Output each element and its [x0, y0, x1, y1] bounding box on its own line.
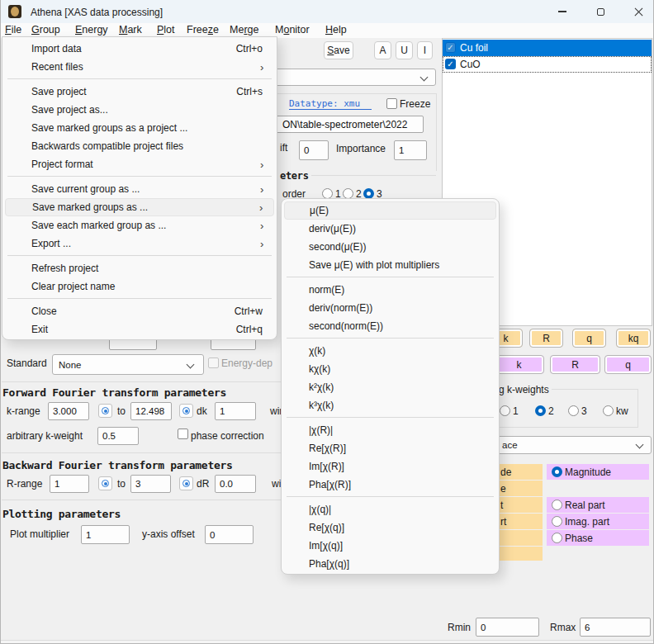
- rmin-pluck-button[interactable]: [98, 476, 112, 490]
- submenu-item-mag-chi-q[interactable]: |χ(q)|: [282, 500, 499, 519]
- energy-dep-checkbox[interactable]: [208, 358, 219, 368]
- menu-item-save-each-marked[interactable]: Save each marked group as ...: [2, 216, 277, 234]
- plot-kq-button[interactable]: kq: [616, 329, 651, 348]
- group-row-cuo[interactable]: CuO: [443, 56, 652, 73]
- menu-help[interactable]: Help: [325, 23, 347, 38]
- yaxis-offset-label: y-axis offset: [142, 528, 195, 540]
- kmin-pluck-button[interactable]: [98, 404, 112, 418]
- menu-monitor[interactable]: Monitor: [275, 23, 310, 38]
- minimize-button[interactable]: [543, 0, 581, 23]
- submenu-item-pha-chi-r[interactable]: Pha[χ(R)]: [282, 476, 499, 494]
- maximize-button[interactable]: [581, 0, 619, 23]
- submenu-item-second-norm-e[interactable]: second(norm(E)): [282, 317, 499, 335]
- plot-marked-q-button[interactable]: q: [604, 355, 652, 374]
- rmax-input[interactable]: 6: [580, 618, 651, 637]
- plot-r-button[interactable]: R: [529, 329, 563, 348]
- group-label-combobox[interactable]: [256, 69, 436, 86]
- datatype-link[interactable]: Datatype: xmu: [289, 98, 372, 110]
- plot-multiplier-input[interactable]: 1: [81, 525, 130, 544]
- rmax-range-input[interactable]: 3: [130, 475, 171, 493]
- cu-foil-checkbox[interactable]: [445, 42, 456, 53]
- chevron-down-icon: [187, 361, 195, 369]
- menu-item-save-marked-groups[interactable]: Save marked groups as ...: [5, 198, 274, 216]
- dr-input[interactable]: 0.0: [215, 475, 256, 493]
- plot-marked-k-button[interactable]: k: [494, 355, 544, 374]
- rtable-right-real[interactable]: Real part: [547, 497, 649, 513]
- phase-correction-checkbox[interactable]: [178, 429, 188, 439]
- invert-marks-button[interactable]: I: [417, 41, 433, 59]
- menu-item-import-data[interactable]: Import dataCtrl+o: [2, 40, 277, 58]
- standard-combobox[interactable]: None: [52, 354, 204, 375]
- rtable-right-magnitude[interactable]: Magnitude: [547, 464, 649, 480]
- menu-item-close[interactable]: CloseCtrl+w: [2, 302, 277, 320]
- submenu-arrow-icon: [259, 202, 268, 213]
- menu-item-exit[interactable]: ExitCtrl+q: [2, 320, 277, 339]
- submenu-arrow-icon: [260, 239, 268, 249]
- rtable-right-imag[interactable]: Imag. part: [547, 514, 649, 529]
- submenu-item-chi-k[interactable]: χ(k): [282, 342, 499, 360]
- kweight-radio-3[interactable]: [568, 405, 579, 416]
- menu-item-save-marked-project[interactable]: Save marked groups as a project ...: [2, 119, 277, 137]
- menu-item-project-format[interactable]: Project format: [2, 155, 277, 173]
- menu-item-backwards-compatible[interactable]: Backwards compatible project files: [2, 137, 277, 155]
- menu-item-clear-project-name[interactable]: Clear project name: [2, 277, 277, 296]
- phase-radio[interactable]: [552, 533, 562, 543]
- real-part-radio[interactable]: [552, 500, 562, 510]
- submenu-item-im-chi-r[interactable]: Im[χ(R)]: [282, 457, 499, 476]
- kweight-radio-kw[interactable]: [603, 405, 614, 416]
- freeze-checkbox[interactable]: [386, 98, 397, 109]
- menu-item-save-current-group[interactable]: Save current group as ...: [2, 180, 277, 198]
- minimize-icon: [558, 11, 566, 12]
- group-row-cu-foil[interactable]: Cu foil: [443, 40, 652, 56]
- magnitude-radio[interactable]: [552, 466, 562, 477]
- submenu-item-norm-e[interactable]: norm(E): [282, 281, 499, 299]
- submenu-item-mag-chi-r[interactable]: |χ(R)|: [282, 421, 499, 439]
- kmax-input[interactable]: 12.498: [130, 402, 172, 420]
- krange-label: k-range: [7, 405, 40, 417]
- menu-item-recent-files[interactable]: Recent files: [2, 58, 277, 76]
- rmin-input[interactable]: 0: [476, 618, 539, 637]
- mark-all-button[interactable]: A: [374, 41, 391, 59]
- yaxis-offset-input[interactable]: 0: [205, 525, 254, 544]
- menu-item-refresh-project[interactable]: Refresh project: [2, 259, 277, 277]
- space-combobox-value: ace: [502, 440, 518, 450]
- kmin-input[interactable]: 3.000: [48, 402, 89, 420]
- rmin-range-input[interactable]: 1: [50, 475, 89, 493]
- submenu-item-save-mu-e-multipliers[interactable]: Save μ(E) with plot multipliers: [282, 256, 499, 274]
- menu-item-save-project[interactable]: Save projectCtrl+s: [2, 83, 277, 101]
- submenu-item-re-chi-q[interactable]: Re[χ(q)]: [282, 519, 499, 537]
- kweight-radio-1[interactable]: [500, 405, 510, 416]
- save-button[interactable]: Save: [324, 41, 353, 59]
- submenu-item-deriv-norm-e[interactable]: deriv(norm(E)): [282, 299, 499, 317]
- submenu-item-second-mu-e[interactable]: second(μ(E)): [282, 238, 499, 256]
- dk-input[interactable]: 1: [215, 402, 256, 420]
- file-path-box[interactable]: ON\table-spectrometer\2022: [263, 116, 424, 133]
- submenu-item-pha-chi-q[interactable]: Pha[χ(q)]: [282, 555, 499, 573]
- save-marked-submenu: μ(E) deriv(μ(E)) second(μ(E)) Save μ(E) …: [281, 198, 500, 575]
- plot-marked-r-button[interactable]: R: [550, 355, 600, 374]
- submenu-item-kchi-k[interactable]: kχ(k): [282, 360, 499, 378]
- menu-item-save-project-as[interactable]: Save project as...: [2, 101, 277, 119]
- energy-shift-input[interactable]: 0: [299, 140, 329, 160]
- athena-window: Athena [XAS data processing] File Group …: [0, 0, 654, 644]
- plot-q-button[interactable]: q: [572, 329, 606, 348]
- importance-input[interactable]: 1: [394, 140, 427, 160]
- submenu-item-k3chi-k[interactable]: k³χ(k): [282, 396, 499, 414]
- kweight-radio-2[interactable]: [535, 405, 546, 416]
- close-button[interactable]: [619, 0, 654, 23]
- submenu-item-deriv-mu-e[interactable]: deriv(μ(E)): [282, 220, 499, 238]
- submenu-item-k2chi-k[interactable]: k²χ(k): [282, 378, 499, 396]
- cuo-checkbox[interactable]: [445, 59, 456, 69]
- kmax-pluck-button[interactable]: [179, 404, 193, 418]
- rtable-right-phase[interactable]: Phase: [547, 530, 649, 546]
- imag-part-radio[interactable]: [552, 516, 562, 527]
- submenu-item-mu-e[interactable]: μ(E): [284, 201, 496, 220]
- unmark-all-button[interactable]: U: [396, 41, 413, 59]
- menu-item-export[interactable]: Export ...: [2, 234, 277, 253]
- pluck-icon: [182, 407, 190, 414]
- submenu-item-re-chi-r[interactable]: Re[χ(R)]: [282, 439, 499, 457]
- arb-kweight-input[interactable]: 0.5: [97, 427, 139, 445]
- submenu-item-im-chi-q[interactable]: Im[χ(q)]: [282, 537, 499, 555]
- rmax-pluck-button[interactable]: [179, 476, 193, 490]
- menu-separator: [282, 274, 499, 281]
